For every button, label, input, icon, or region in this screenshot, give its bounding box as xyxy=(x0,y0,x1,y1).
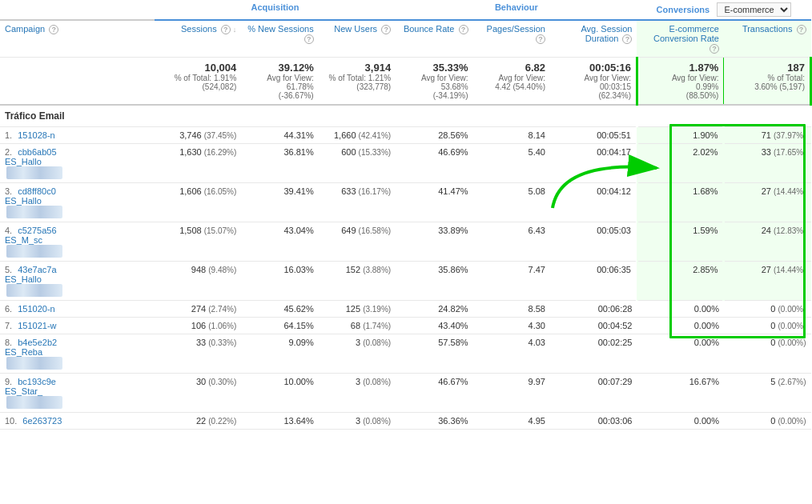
transactions-help-icon[interactable]: ? xyxy=(797,25,806,34)
row-pages-cell: 6.43 xyxy=(473,222,550,262)
campaign-help-icon[interactable]: ? xyxy=(49,25,58,34)
totals-new-users-cell: 3,914 % of Total: 1.21%(323,778) xyxy=(319,58,396,106)
row-new-sessions-cell: 36.81% xyxy=(241,144,318,183)
row-campaign-cell: 7. 151021-w xyxy=(0,318,155,334)
analytics-table: Acquisition Behaviour Conversions E-comm… xyxy=(0,0,812,430)
row-transactions-pct: (2.67%) xyxy=(778,378,806,386)
totals-new-users-sub: % of Total: 1.21%(323,778) xyxy=(324,74,391,91)
group-header-row: Acquisition Behaviour Conversions E-comm… xyxy=(0,0,811,20)
ecommerce-rate-header-label[interactable]: E-commerce Conversion Rate xyxy=(653,24,719,43)
row-pages-cell: 5.08 xyxy=(473,183,550,222)
row-new-sessions-cell: 39.41% xyxy=(241,183,318,222)
row-new-sessions-cell: 45.62% xyxy=(241,301,318,318)
row-campaign-link2[interactable]: ES_Hallo xyxy=(5,274,42,284)
row-sessions-cell: 1,508 (15.07%) xyxy=(155,222,241,262)
row-ecommerce-cell: 1.59% xyxy=(637,222,723,262)
row-campaign-link[interactable]: 151021-w xyxy=(18,321,56,330)
ecommerce-rate-help-icon[interactable]: ? xyxy=(709,44,719,54)
row-ecommerce-cell: 1.68% xyxy=(637,183,723,222)
new-sessions-header-label[interactable]: % New Sessions xyxy=(247,24,314,34)
row-new-users-pct: (15.33%) xyxy=(359,148,392,157)
sessions-header-label[interactable]: Sessions xyxy=(181,24,217,34)
bounce-header-label[interactable]: Bounce Rate xyxy=(404,24,455,34)
row-campaign-link[interactable]: bc193c9e xyxy=(18,377,56,386)
row-campaign-link[interactable]: 43e7ac7a xyxy=(18,265,56,274)
blurred-content xyxy=(6,245,62,258)
row-sessions-cell: 30 (0.30%) xyxy=(155,374,241,413)
row-campaign-link2[interactable]: ES_Hallo xyxy=(5,196,42,206)
row-sessions-cell: 3,746 (37.45%) xyxy=(155,127,241,144)
row-campaign-link[interactable]: cbb6ab05 xyxy=(18,147,56,157)
row-campaign-link[interactable]: 151028-n xyxy=(18,130,55,140)
row-transactions-pct: (0.00%) xyxy=(778,338,806,347)
row-sessions-pct: (0.33%) xyxy=(208,338,236,347)
row-number: 2. xyxy=(5,147,12,157)
ecommerce-dropdown[interactable]: E-commerce xyxy=(717,2,791,17)
pages-help-icon[interactable]: ? xyxy=(536,34,545,44)
row-sessions-pct: (0.30%) xyxy=(208,378,236,386)
row-avg-session-cell: 00:04:52 xyxy=(550,318,637,334)
totals-transactions-cell: 187 % of Total:3.60% (5,197) xyxy=(724,58,811,106)
row-number: 4. xyxy=(5,226,12,235)
row-sessions-pct: (0.22%) xyxy=(208,417,236,426)
avg-session-col-header: Avg. Session Duration ? xyxy=(550,20,637,58)
row-campaign-link2[interactable]: ES_M_sc xyxy=(5,235,42,245)
bounce-help-icon[interactable]: ? xyxy=(459,25,468,34)
pages-header-label[interactable]: Pages/Session xyxy=(487,24,545,34)
totals-campaign-cell xyxy=(0,58,155,106)
totals-new-sessions-cell: 39.12% Avg for View:61.78%(-36.67%) xyxy=(241,58,318,106)
row-campaign-link2[interactable]: ES_Star_ xyxy=(5,386,42,396)
row-campaign-link2[interactable]: ES_Hallo xyxy=(5,157,42,166)
conversions-group-header: Conversions E-commerce xyxy=(637,0,810,20)
row-new-users-pct: (16.58%) xyxy=(359,226,392,235)
row-campaign-cell: 2. cbb6ab05 ES_Hallo xyxy=(0,144,155,183)
campaign-header-label[interactable]: Campaign xyxy=(5,24,45,34)
totals-new-users-value: 3,914 xyxy=(324,62,391,74)
row-new-sessions-cell: 16.03% xyxy=(241,262,318,301)
table-row: 7. 151021-w 106 (1.06%) 64.15% 68 (1.74%… xyxy=(0,318,811,334)
row-new-users-cell: 3 (0.08%) xyxy=(319,413,396,430)
totals-avg-value: 00:05:16 xyxy=(555,62,631,74)
transactions-col-header: Transactions ? xyxy=(724,20,811,58)
row-campaign-link[interactable]: b4e5e2b2 xyxy=(18,338,57,347)
sessions-col-header: Sessions ? ↓ xyxy=(155,20,241,58)
transactions-header-label[interactable]: Transactions xyxy=(742,24,793,34)
row-bounce-cell: 35.86% xyxy=(396,262,472,301)
totals-avg-session-cell: 00:05:16 Avg for View:00:03:15(62.34%) xyxy=(550,58,637,106)
acquisition-group-header: Acquisition xyxy=(155,0,396,20)
row-campaign-link[interactable]: 6e263723 xyxy=(22,416,62,426)
row-pages-cell: 9.97 xyxy=(473,374,550,413)
section-name-cell: Tráfico Email xyxy=(0,105,811,127)
row-campaign-link2[interactable]: ES_Reba xyxy=(5,347,42,357)
ecommerce-rate-col-header: E-commerce Conversion Rate ? xyxy=(637,20,723,58)
sessions-help-icon[interactable]: ? xyxy=(221,25,231,34)
sessions-sort-icon[interactable]: ↓ xyxy=(233,26,237,34)
table-row: 5. 43e7ac7a ES_Hallo 948 (9.48%) 16.03% … xyxy=(0,262,811,301)
row-bounce-cell: 24.82% xyxy=(396,301,472,318)
table-row: 8. b4e5e2b2 ES_Reba 33 (0.33%) 9.09% 3 (… xyxy=(0,334,811,374)
new-users-header-label[interactable]: New Users xyxy=(334,24,377,34)
row-transactions-pct: (0.00%) xyxy=(778,417,806,426)
row-new-users-pct: (42.41%) xyxy=(359,131,392,140)
totals-sessions-sub: % of Total: 1.91%(524,082) xyxy=(159,74,236,91)
column-header-row: Campaign ? Sessions ? ↓ % New Sessions ?… xyxy=(0,20,811,58)
row-new-sessions-cell: 64.15% xyxy=(241,318,318,334)
new-sessions-help-icon[interactable]: ? xyxy=(304,34,314,44)
row-new-users-cell: 152 (3.88%) xyxy=(319,262,396,301)
row-campaign-link[interactable]: 151020-n xyxy=(18,304,55,314)
campaign-col-header: Campaign ? xyxy=(0,20,155,58)
row-ecommerce-cell: 2.02% xyxy=(637,144,723,183)
avg-session-help-icon[interactable]: ? xyxy=(622,34,632,44)
row-campaign-link[interactable]: cd8ff80c0 xyxy=(18,186,56,196)
row-pages-cell: 8.58 xyxy=(473,301,550,318)
row-pages-cell: 7.47 xyxy=(473,262,550,301)
row-new-users-cell: 125 (3.19%) xyxy=(319,301,396,318)
row-campaign-link[interactable]: c5275a56 xyxy=(18,226,56,235)
new-sessions-col-header: % New Sessions ? xyxy=(241,20,318,58)
row-campaign-cell: 9. bc193c9e ES_Star_ xyxy=(0,374,155,413)
row-campaign-cell: 4. c5275a56 ES_M_sc xyxy=(0,222,155,262)
row-new-sessions-cell: 9.09% xyxy=(241,334,318,374)
row-new-users-pct: (16.17%) xyxy=(359,187,392,196)
new-users-help-icon[interactable]: ? xyxy=(381,25,391,34)
row-campaign-cell: 3. cd8ff80c0 ES_Hallo xyxy=(0,183,155,222)
